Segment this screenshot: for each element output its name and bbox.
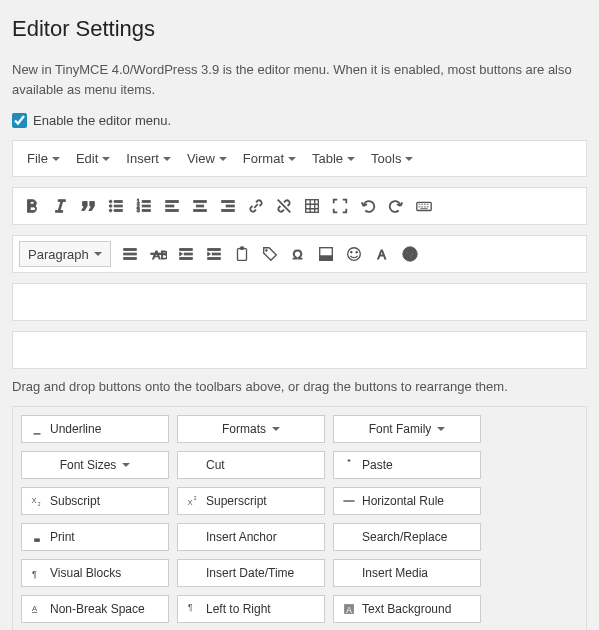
undo-icon (359, 197, 377, 215)
strike-icon (149, 245, 167, 263)
tag-button[interactable] (257, 241, 283, 267)
align-center-icon (191, 197, 209, 215)
pool-horizontal-rule[interactable]: Horizontal Rule (333, 487, 481, 515)
align-right-icon (219, 197, 237, 215)
font-button[interactable] (369, 241, 395, 267)
caret-icon (102, 157, 110, 161)
align-center-button[interactable] (187, 193, 213, 219)
tag-icon (261, 245, 279, 263)
unlink-icon (275, 197, 293, 215)
caret-icon (52, 157, 60, 161)
quote-button[interactable] (75, 193, 101, 219)
caret-icon (219, 157, 227, 161)
indent-button[interactable] (201, 241, 227, 267)
omega-button[interactable] (285, 241, 311, 267)
pool-cut[interactable]: Cut (177, 451, 325, 479)
enable-menu-label: Enable the editor menu. (33, 113, 171, 128)
toolbar-row-3[interactable] (12, 283, 587, 321)
pool-search-replace[interactable]: Search/Replace (333, 523, 481, 551)
italic-button[interactable] (47, 193, 73, 219)
unlink-button[interactable] (271, 193, 297, 219)
align-left-button[interactable] (159, 193, 185, 219)
pool-superscript[interactable]: Superscript (177, 487, 325, 515)
smile-icon (345, 245, 363, 263)
caret-icon (94, 252, 102, 256)
superscript-icon (186, 494, 200, 508)
anchor-icon (186, 530, 200, 544)
pool-paste[interactable]: Paste (333, 451, 481, 479)
paste-button[interactable] (229, 241, 255, 267)
cut-icon (186, 458, 200, 472)
menu-insert[interactable]: Insert (120, 147, 177, 170)
italic-icon (51, 197, 69, 215)
clock-icon (186, 566, 200, 580)
enable-menu-checkbox[interactable] (12, 113, 27, 128)
outdent-button[interactable] (173, 241, 199, 267)
caret-icon (288, 157, 296, 161)
dnd-instructions: Drag and drop buttons onto the toolbars … (12, 379, 587, 394)
toolbar-row-4[interactable] (12, 331, 587, 369)
color-button[interactable] (313, 241, 339, 267)
strike-button[interactable] (145, 241, 171, 267)
paste-icon (233, 245, 251, 263)
menu-format[interactable]: Format (237, 147, 302, 170)
align-right-button[interactable] (215, 193, 241, 219)
color-icon (317, 245, 335, 263)
help-button[interactable] (397, 241, 423, 267)
menu-table[interactable]: Table (306, 147, 361, 170)
align-left-icon (163, 197, 181, 215)
pool-formats[interactable]: Formats (177, 415, 325, 443)
print-icon (30, 530, 44, 544)
subscript-icon (30, 494, 44, 508)
fullscreen-button[interactable] (327, 193, 353, 219)
pool-underline[interactable]: Underline (21, 415, 169, 443)
pool-font-family[interactable]: Font Family (333, 415, 481, 443)
quote-icon (79, 197, 97, 215)
pool-subscript[interactable]: Subscript (21, 487, 169, 515)
pool-non-break-space[interactable]: Non-Break Space (21, 595, 169, 623)
pool-print[interactable]: Print (21, 523, 169, 551)
table-icon (303, 197, 321, 215)
textbg-icon (342, 602, 356, 616)
intro-text: New in TinyMCE 4.0/WordPress 3.9 is the … (12, 60, 587, 99)
pool-font-sizes[interactable]: Font Sizes (21, 451, 169, 479)
caret-icon (163, 157, 171, 161)
search-icon (342, 530, 356, 544)
undo-button[interactable] (355, 193, 381, 219)
pool-text-background[interactable]: Text Background (333, 595, 481, 623)
enable-menu-row[interactable]: Enable the editor menu. (12, 113, 587, 128)
pool-insert-media[interactable]: Insert Media (333, 559, 481, 587)
pool-insert-date-time[interactable]: Insert Date/Time (177, 559, 325, 587)
pool-visual-blocks[interactable]: Visual Blocks (21, 559, 169, 587)
pool-insert-anchor[interactable]: Insert Anchor (177, 523, 325, 551)
ul-button[interactable] (103, 193, 129, 219)
outdent-icon (177, 245, 195, 263)
indent-icon (205, 245, 223, 263)
media-icon (342, 566, 356, 580)
bold-icon (23, 197, 41, 215)
paragraph-select[interactable]: Paragraph (19, 241, 111, 267)
toolbar-row-2: Paragraph (12, 235, 587, 273)
table-button[interactable] (299, 193, 325, 219)
redo-button[interactable] (383, 193, 409, 219)
editor-menubar: FileEditInsertViewFormatTableTools (12, 140, 587, 177)
menu-edit[interactable]: Edit (70, 147, 116, 170)
ol-button[interactable] (131, 193, 157, 219)
toolbar-row-1 (12, 187, 587, 225)
caret-icon (405, 157, 413, 161)
paste-icon (342, 458, 356, 472)
link-button[interactable] (243, 193, 269, 219)
smile-button[interactable] (341, 241, 367, 267)
ol-icon (135, 197, 153, 215)
bold-button[interactable] (19, 193, 45, 219)
menu-tools[interactable]: Tools (365, 147, 419, 170)
menu-file[interactable]: File (21, 147, 66, 170)
font-icon (373, 245, 391, 263)
pool-left-to-right[interactable]: Left to Right (177, 595, 325, 623)
help-icon (401, 245, 419, 263)
link-icon (247, 197, 265, 215)
ul-icon (107, 197, 125, 215)
keyboard-button[interactable] (411, 193, 437, 219)
justify-button[interactable] (117, 241, 143, 267)
menu-view[interactable]: View (181, 147, 233, 170)
